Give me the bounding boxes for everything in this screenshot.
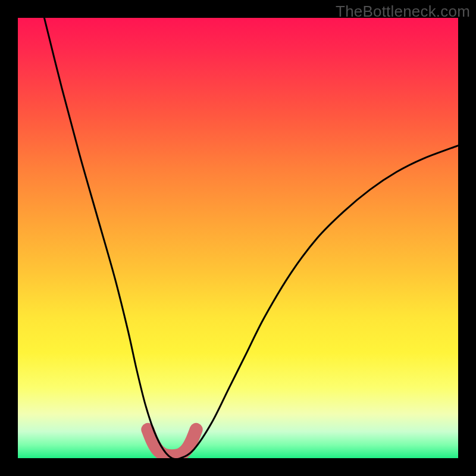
curve-layer [18, 18, 458, 458]
chart-frame: TheBottleneck.com [0, 0, 476, 476]
bottleneck-curve [44, 18, 458, 458]
plot-area [18, 18, 458, 458]
